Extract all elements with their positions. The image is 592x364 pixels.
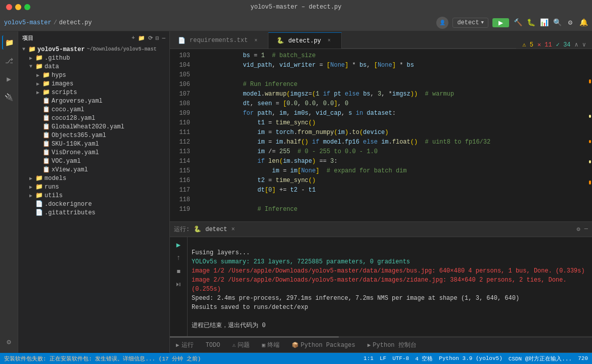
run-icon: ▶ <box>176 342 179 348</box>
tree-item-github[interactable]: ▶ 📁 .github <box>18 54 169 62</box>
settings-icon[interactable]: ⚙ <box>577 225 580 233</box>
step-button[interactable]: ⏯ <box>173 279 184 290</box>
line-column[interactable]: 1:1 <box>363 355 374 361</box>
tree-item-globalwheat[interactable]: 📋 GlobalWheat2020.yaml <box>18 122 169 131</box>
settings-bottom-icon[interactable]: ⚙ <box>2 335 16 349</box>
install-message[interactable]: 安装软件包失败: 正在安装软件包: 发生错误。详细信息... (17 分钟 之前… <box>4 355 201 362</box>
terminal-icon: ▣ <box>262 342 265 348</box>
folder-icon: 📁 <box>41 88 51 96</box>
collapse-icon[interactable]: ∨ <box>582 41 586 49</box>
close-run-tab-icon[interactable]: × <box>231 226 235 233</box>
debug-icon[interactable]: 🐛 <box>526 18 535 27</box>
editor-content[interactable]: 103 104 105 106 107 108 109 110 111 112 … <box>170 49 592 221</box>
run-debug-icon[interactable]: ▶ <box>2 72 16 86</box>
tree-item-sku110k[interactable]: 📋 SKU-110K.yaml <box>18 140 169 148</box>
collapse-icon[interactable]: ⊟ <box>156 35 159 41</box>
tree-item-coco[interactable]: 📋 coco.yaml <box>18 105 169 114</box>
minimize-panel-icon[interactable]: — <box>584 225 588 233</box>
notification-icon[interactable]: 🔔 <box>579 18 588 27</box>
tree-item-xview[interactable]: 📋 xView.yaml <box>18 165 169 174</box>
language[interactable]: Python 3.9 (yolov5) <box>439 355 502 361</box>
code-line-116: t2 = time_sync() <box>199 176 585 186</box>
tab-python-console[interactable]: ▶ Python 控制台 <box>361 338 423 353</box>
tree-item-root[interactable]: ▼ 📁 yolov5-master ~/Downloads/yolov5-mas… <box>18 45 169 54</box>
tree-item-voc[interactable]: 📋 VOC.yaml <box>18 157 169 165</box>
window-controls[interactable] <box>6 4 30 10</box>
plugin-icon[interactable]: 🔌 <box>2 90 16 104</box>
tree-item-objects365[interactable]: 📋 Objects365.yaml <box>18 131 169 140</box>
scroll-warning-3 <box>589 140 591 143</box>
tab-python-packages[interactable]: 📦 Python Packages <box>286 338 361 353</box>
code-line-105 <box>199 70 585 80</box>
settings-icon[interactable]: ⚙ <box>566 18 575 27</box>
search-icon[interactable]: 🔍 <box>553 18 562 27</box>
tab-detect[interactable]: 🐍 detect.py × <box>268 32 342 49</box>
bottom-content-area: ▶ ↑ ◼ ⏯ Fusing layers... YOLOv5s summary… <box>170 237 592 336</box>
tree-item-hyps[interactable]: ▶ 📁 hyps <box>18 71 169 79</box>
expand-arrow: ▶ <box>27 193 34 199</box>
tree-item-scripts[interactable]: ▶ 📁 scripts <box>18 88 169 97</box>
maximize-button[interactable] <box>24 4 30 10</box>
breadcrumb-file: detect.py <box>59 19 92 26</box>
expand-arrow: ▶ <box>27 184 34 190</box>
tree-item-data[interactable]: ▼ 📁 data <box>18 62 169 71</box>
close-tab-icon[interactable]: × <box>325 37 333 45</box>
tree-item-dockerignore[interactable]: 📄 .dockerignore <box>18 200 169 208</box>
run-button[interactable]: ▶ <box>492 18 509 27</box>
scroll-warning-2 <box>589 115 591 118</box>
close-explorer-icon[interactable]: — <box>162 35 165 41</box>
run-configuration[interactable]: detect ▼ <box>452 18 488 28</box>
coverage-icon[interactable]: 📊 <box>539 18 549 27</box>
tab-todo[interactable]: TODO <box>200 338 226 353</box>
indent[interactable]: 4 空格 <box>415 355 433 362</box>
rerun-button[interactable]: ↑ <box>173 252 184 263</box>
tree-item-gitattributes[interactable]: 📄 .gitattributes <box>18 208 169 217</box>
play-button[interactable]: ▶ <box>173 239 184 250</box>
yaml-icon: 📋 <box>41 97 51 105</box>
tree-item-coco128[interactable]: 📋 coco128.yaml <box>18 114 169 122</box>
tab-requirements[interactable]: 📄 requirements.txt × <box>170 32 268 49</box>
folder-icon: 📁 <box>34 192 43 199</box>
tree-item-argoverse[interactable]: 📋 Argoverse.yaml <box>18 97 169 105</box>
tab-problems[interactable]: ⚠ 问题 <box>226 338 256 353</box>
code-editor[interactable]: bs = 1 # batch_size vid_path, vid_writer… <box>195 49 585 221</box>
yaml-icon: 📋 <box>41 140 51 148</box>
yaml-icon: 📋 <box>41 149 51 156</box>
new-file-icon[interactable]: + <box>131 35 135 41</box>
tree-label: .github <box>44 55 70 62</box>
code-line-114: if len(im.shape) == 3: <box>199 157 585 166</box>
tree-item-visdrone[interactable]: 📋 VisDrone.yaml <box>18 148 169 157</box>
tree-item-utils[interactable]: ▶ 📁 utils <box>18 191 169 200</box>
minimize-button[interactable] <box>15 4 21 10</box>
close-tab-icon[interactable]: × <box>252 36 260 44</box>
code-line-118 <box>199 195 585 205</box>
tab-run[interactable]: ▶ 运行 <box>170 338 200 353</box>
git-icon[interactable]: ⎇ <box>2 54 16 68</box>
run-panel-controls: ⚙ — <box>577 225 588 233</box>
yaml-icon: 📋 <box>41 166 51 173</box>
tree-item-runs[interactable]: ▶ 📁 runs <box>18 183 169 191</box>
stop-button[interactable]: ◼ <box>173 265 184 277</box>
bottom-panel: 运行: 🐍 detect × ⚙ — ▶ ↑ ◼ ⏯ <box>170 221 592 353</box>
console-icon: ▶ <box>368 342 371 348</box>
explorer-title: 项目 <box>22 34 33 42</box>
file-explorer: 项目 + 📁 ⟳ ⊟ — ▼ 📁 yolov5-master ~/Downloa… <box>18 31 170 353</box>
close-button[interactable] <box>6 4 12 10</box>
editor-scrollbar[interactable] <box>585 49 592 221</box>
run-tab-icon: 🐍 <box>194 225 201 233</box>
expand-arrow: ▼ <box>20 47 27 52</box>
new-folder-icon[interactable]: 📁 <box>138 35 145 41</box>
encoding[interactable]: UTF-8 <box>392 355 409 361</box>
build-icon[interactable]: 🔨 <box>513 18 522 27</box>
user-avatar[interactable]: 👤 <box>436 17 448 29</box>
tree-label: .dockerignore <box>44 201 92 208</box>
explorer-actions: + 📁 ⟳ ⊟ — <box>131 35 165 41</box>
tree-item-models[interactable]: ▶ 📁 models <box>18 174 169 183</box>
tab-terminal[interactable]: ▣ 终端 <box>256 338 286 353</box>
line-ending[interactable]: LF <box>380 355 386 361</box>
tree-item-images[interactable]: ▶ 📁 images <box>18 79 169 88</box>
tree-label: VOC.yaml <box>52 158 81 165</box>
refresh-icon[interactable]: ⟳ <box>148 35 153 41</box>
expand-icon[interactable]: ∧ <box>575 41 578 49</box>
explorer-icon[interactable]: 📁 <box>2 35 16 50</box>
